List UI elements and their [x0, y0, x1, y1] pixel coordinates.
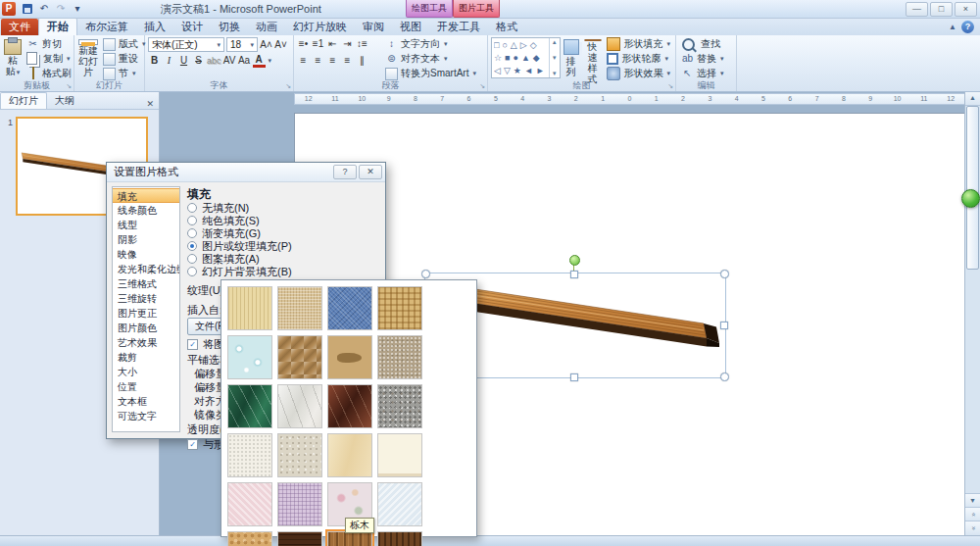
menu-shadow[interactable]: 阴影 — [113, 232, 179, 247]
shape-outline-button[interactable]: 形状轮廓▾ — [605, 52, 672, 66]
font-size-combo[interactable]: 18▾ — [226, 37, 258, 52]
arrange-button[interactable]: 排列 — [563, 37, 580, 79]
section-button[interactable]: 节▾ — [101, 67, 148, 80]
grow-font-button[interactable]: A˄ — [260, 38, 272, 52]
menu-3d-format[interactable]: 三维格式 — [113, 276, 179, 291]
texture-swatch-sand[interactable] — [377, 335, 422, 379]
text-direction-button[interactable]: ↕文字方向▾ — [383, 37, 478, 51]
menu-crop[interactable]: 裁剪 — [113, 350, 179, 365]
contextual-header-drawing-tools[interactable]: 绘图工具 — [406, 0, 453, 18]
quick-styles-button[interactable]: 快速样式 — [582, 37, 604, 79]
menu-artistic-effects[interactable]: 艺术效果 — [113, 335, 179, 350]
fill-background-radio[interactable]: 幻灯片背景填充(B) — [187, 266, 381, 277]
clipboard-dialog-launcher[interactable]: ↘ — [66, 81, 72, 90]
tab-view[interactable]: 视图 — [392, 19, 429, 35]
cut-button[interactable]: ✂剪切 — [24, 37, 74, 51]
menu-glow-soft-edges[interactable]: 发光和柔化边缘 — [113, 262, 179, 276]
convert-smartart-button[interactable]: 转换为SmartArt▾ — [383, 67, 478, 80]
paragraph-dialog-launcher[interactable]: ↘ — [479, 81, 485, 90]
vertical-scrollbar[interactable]: ▲ ▼ « » — [964, 91, 980, 536]
line-spacing-icon[interactable]: ↕≡ — [356, 37, 368, 51]
green-helper-button[interactable] — [961, 189, 980, 208]
menu-line-style[interactable]: 线型 — [113, 218, 179, 232]
texture-swatch-white-marble[interactable] — [277, 384, 322, 428]
scroll-up-icon[interactable]: ▲ — [965, 91, 980, 106]
align-right-icon[interactable]: ≡ — [326, 54, 339, 68]
dialog-close-icon[interactable]: ✕ — [359, 165, 382, 179]
fill-solid-radio[interactable]: 纯色填充(S) — [187, 215, 381, 226]
menu-reflection[interactable]: 映像 — [113, 247, 179, 262]
numbering-icon[interactable]: ≡1 — [312, 37, 324, 51]
selection-handle-bottom-right[interactable] — [720, 372, 729, 381]
fill-picture-texture-radio[interactable]: 图片或纹理填充(P) — [187, 240, 381, 252]
texture-swatch-oak[interactable] — [327, 531, 372, 546]
tab-home[interactable]: 开始 — [38, 18, 77, 35]
texture-swatch-brown-marble[interactable] — [327, 384, 372, 428]
align-left-icon[interactable]: ≡ — [297, 54, 310, 68]
panel-close-icon[interactable]: ✕ — [146, 99, 154, 109]
font-name-combo[interactable]: 宋体(正文)▾ — [148, 37, 224, 52]
fill-gradient-radio[interactable]: 渐变填充(G) — [187, 227, 381, 239]
dialog-titlebar[interactable]: 设置图片格式 ? ✕ — [107, 163, 385, 182]
italic-button[interactable]: I — [163, 54, 175, 68]
shapes-scroll-down-icon[interactable]: ▼ — [552, 55, 558, 61]
font-dialog-launcher[interactable]: ↘ — [285, 81, 291, 90]
scrollbar-thumb[interactable] — [966, 106, 979, 270]
help-icon[interactable]: ? — [961, 21, 974, 33]
bold-button[interactable]: B — [148, 54, 161, 68]
columns-icon[interactable]: ∥ — [356, 54, 368, 68]
texture-swatch-water-droplets[interactable] — [227, 335, 272, 379]
selection-handle-top-left[interactable] — [421, 270, 430, 278]
texture-swatch-newsprint[interactable] — [227, 433, 272, 477]
shapes-gallery[interactable]: □○△▷◇ ☆■●▲◆ ◁▽★◄► ▲▼▼ — [491, 37, 561, 78]
selection-handle-top[interactable] — [570, 271, 578, 278]
contextual-header-picture-tools[interactable]: 图片工具 — [453, 0, 500, 18]
texture-swatch-canvas[interactable] — [277, 286, 322, 330]
menu-alt-text[interactable]: 可选文字 — [113, 409, 179, 423]
tab-format[interactable]: 格式 — [488, 19, 525, 35]
shapes-more-icon[interactable]: ▼ — [552, 71, 558, 76]
menu-size[interactable]: 大小 — [113, 365, 179, 379]
texture-swatch-granite[interactable] — [377, 384, 422, 428]
undo-icon[interactable]: ↶ — [37, 2, 51, 16]
font-color-button[interactable]: A — [253, 54, 266, 68]
underline-button[interactable]: U — [177, 54, 190, 68]
format-painter-button[interactable]: 格式刷 — [24, 67, 74, 80]
menu-position[interactable]: 位置 — [113, 379, 179, 394]
drawing-dialog-launcher[interactable]: ↘ — [667, 81, 673, 90]
paste-button[interactable]: 粘贴▾ — [3, 37, 23, 79]
texture-swatch-pink-tissue[interactable] — [227, 482, 272, 526]
tab-outline[interactable]: 大纲 — [47, 93, 82, 109]
tab-slides-thumbnails[interactable]: 幻灯片 — [0, 92, 47, 109]
texture-swatch-recycled-paper[interactable] — [277, 433, 322, 477]
texture-swatch-stationery[interactable] — [377, 433, 422, 477]
dialog-help-icon[interactable]: ? — [333, 165, 357, 179]
redo-icon[interactable]: ↷ — [54, 2, 68, 16]
close-button[interactable]: × — [955, 2, 977, 17]
replace-button[interactable]: ab替换▾ — [679, 52, 733, 66]
tab-design[interactable]: 设计 — [173, 19, 211, 35]
reset-button[interactable]: 重设 — [101, 52, 148, 66]
justify-icon[interactable]: ≡ — [341, 54, 354, 68]
dropdown-arrow-icon[interactable]: ▾ — [269, 57, 272, 65]
selection-handle-top-right[interactable] — [720, 270, 729, 278]
rotation-handle[interactable] — [569, 255, 580, 266]
next-slide-icon[interactable]: » — [965, 521, 980, 536]
find-button[interactable]: 查找 — [679, 37, 733, 51]
decrease-indent-icon[interactable]: ⇤ — [326, 37, 339, 51]
texture-swatch-denim[interactable] — [327, 286, 372, 330]
shape-fill-button[interactable]: 形状填充▾ — [605, 37, 672, 51]
shapes-gallery-scroll[interactable]: ▲▼▼ — [549, 38, 560, 77]
texture-swatch-medium-wood[interactable] — [377, 531, 422, 546]
tab-developer[interactable]: 开发工具 — [429, 19, 488, 35]
texture-swatch-fish-fossil[interactable] — [327, 335, 372, 379]
selection-handle-bottom[interactable] — [570, 373, 578, 381]
align-text-button[interactable]: ⊜对齐文本▾ — [383, 52, 478, 66]
tab-review[interactable]: 审阅 — [355, 19, 392, 35]
texture-swatch-woven-mat[interactable] — [377, 286, 422, 330]
texture-swatch-purple-mesh[interactable] — [277, 482, 322, 526]
maximize-button[interactable]: □ — [930, 2, 953, 17]
fill-none-radio[interactable]: 无填充(N) — [187, 202, 381, 214]
minimize-button[interactable]: — — [906, 2, 928, 17]
menu-text-box[interactable]: 文本框 — [113, 394, 179, 409]
